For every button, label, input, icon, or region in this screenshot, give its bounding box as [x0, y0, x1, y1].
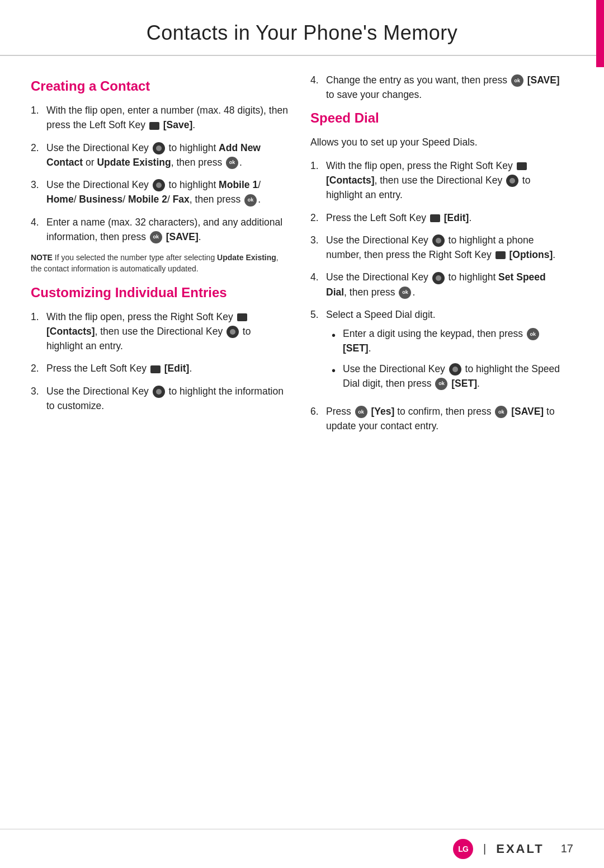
li-content: With the flip open, press the Right Soft…: [326, 158, 568, 203]
list-item: 3. Use the Directional Key to highlight …: [31, 384, 288, 414]
list-num: 3.: [31, 177, 46, 192]
customizing-section: Customizing Individual Entries 1. With t…: [31, 285, 288, 414]
footer: LG | EXALT 17: [0, 829, 604, 868]
list-item: 2. Press the Left Soft Key [Edit].: [310, 210, 568, 225]
right-column: 4. Change the entry as you want, then pr…: [310, 73, 568, 442]
ok-key-icon: ok: [399, 287, 411, 299]
footer-separator: |: [483, 842, 486, 855]
soft-key-icon: [237, 313, 247, 321]
note-text: If you selected the number type after se…: [31, 253, 279, 273]
list-item: • Use the Directional Key to highlight t…: [332, 362, 568, 391]
list-item: 1. With the flip open, enter a number (m…: [31, 103, 288, 133]
li-content: Change the entry as you want, then press…: [326, 73, 568, 102]
ok-key-icon: ok: [226, 157, 238, 169]
directional-key-icon: [226, 326, 239, 338]
directional-key-icon: [432, 272, 445, 284]
li-content: Press ok [Yes] to confirm, then press ok…: [326, 404, 568, 434]
speed-dial-bullets: • Enter a digit using the keypad, then p…: [326, 326, 568, 391]
accent-bar: [596, 0, 604, 67]
right-column-intro-list: 4. Change the entry as you want, then pr…: [310, 73, 568, 102]
li-content: Use the Directional Key to highlight Mob…: [46, 177, 288, 207]
list-num: 2.: [31, 140, 46, 155]
customizing-list: 1. With the flip open, press the Right S…: [31, 309, 288, 414]
ok-key-icon: ok: [495, 406, 507, 418]
list-num: 1.: [31, 103, 46, 118]
page-title: Contacts in Your Phone's Memory: [34, 21, 570, 45]
list-num: 3.: [31, 384, 46, 398]
note-label: NOTE: [31, 253, 53, 262]
li-content: Press the Left Soft Key [Edit].: [46, 361, 288, 376]
bullet-icon: •: [332, 327, 343, 344]
directional-key-icon: [153, 386, 165, 398]
ok-key-icon: ok: [435, 378, 447, 390]
speed-dial-intro: Allows you to set up your Speed Dials.: [310, 135, 568, 149]
list-num: 2.: [31, 361, 46, 376]
customizing-title: Customizing Individual Entries: [31, 285, 288, 301]
list-num: 1.: [31, 309, 46, 324]
li-content: Select a Speed Dial digit. • Enter a dig…: [326, 307, 568, 396]
list-item: 2. Use the Directional Key to highlight …: [31, 140, 288, 170]
creating-contact-title: Creating a Contact: [31, 78, 288, 94]
main-content: Creating a Contact 1. With the flip open…: [0, 56, 604, 458]
li-content: Use the Directional Key to highlight Add…: [46, 140, 288, 170]
ok-key-icon: ok: [150, 231, 162, 243]
soft-key-icon: [150, 365, 161, 373]
list-num: 6.: [310, 404, 326, 419]
list-item: 1. With the flip open, press the Right S…: [310, 158, 568, 203]
soft-key-icon: [517, 162, 527, 170]
list-num: 4.: [31, 215, 46, 229]
directional-key-icon: [153, 179, 165, 191]
ok-key-icon: ok: [355, 406, 367, 418]
soft-key-icon: [496, 251, 506, 259]
li-content: Enter a name (max. 32 characters), and a…: [46, 215, 288, 245]
footer-brand: EXALT: [496, 842, 544, 856]
list-item: 3. Use the Directional Key to highlight …: [31, 177, 288, 207]
footer-logo: LG | EXALT 17: [453, 839, 573, 859]
list-item: 4. Enter a name (max. 32 characters), an…: [31, 215, 288, 245]
list-item: 1. With the flip open, press the Right S…: [31, 309, 288, 354]
creating-contact-section: Creating a Contact 1. With the flip open…: [31, 78, 288, 275]
speed-dial-title: Speed Dial: [310, 110, 568, 126]
bullet-icon: •: [332, 362, 343, 379]
soft-key-icon: [430, 214, 440, 222]
list-item: 3. Use the Directional Key to highlight …: [310, 233, 568, 262]
list-num: 4.: [310, 73, 326, 87]
list-item: 2. Press the Left Soft Key [Edit].: [31, 361, 288, 376]
creating-contact-list: 1. With the flip open, enter a number (m…: [31, 103, 288, 244]
list-item: 4. Change the entry as you want, then pr…: [310, 73, 568, 102]
soft-key-icon: [149, 122, 159, 130]
footer-page-number: 17: [561, 842, 573, 855]
li-content: With the flip open, press the Right Soft…: [46, 309, 288, 354]
bullet-content: Use the Directional Key to highlight the…: [343, 362, 568, 391]
list-num: 1.: [310, 158, 326, 173]
ok-key-icon: ok: [527, 328, 539, 340]
page-container: Contacts in Your Phone's Memory Creating…: [0, 0, 604, 868]
list-num: 2.: [310, 210, 326, 225]
list-num: 5.: [310, 307, 326, 322]
ok-key-icon: ok: [244, 194, 257, 207]
left-column: Creating a Contact 1. With the flip open…: [31, 73, 288, 442]
li-content: Use the Directional Key to highlight the…: [46, 384, 288, 414]
directional-key-icon: [153, 142, 165, 154]
ok-key-icon: ok: [511, 74, 523, 87]
bullet-content: Enter a digit using the keypad, then pre…: [343, 326, 568, 356]
li-content: Use the Directional Key to highlight Set…: [326, 270, 568, 299]
directional-key-icon: [506, 175, 518, 187]
li-content: Press the Left Soft Key [Edit].: [326, 210, 568, 225]
li-content: With the flip open, enter a number (max.…: [46, 103, 288, 133]
directional-key-icon: [432, 234, 445, 247]
directional-key-icon: [449, 363, 461, 376]
list-item: • Enter a digit using the keypad, then p…: [332, 326, 568, 356]
speed-dial-section: Speed Dial Allows you to set up your Spe…: [310, 110, 568, 434]
lg-logo-circle: LG: [453, 839, 473, 859]
page-title-area: Contacts in Your Phone's Memory: [0, 0, 604, 56]
speed-dial-list: 1. With the flip open, press the Right S…: [310, 158, 568, 434]
li-content: Use the Directional Key to highlight a p…: [326, 233, 568, 262]
note-box: NOTE If you selected the number type aft…: [31, 252, 288, 275]
list-item: 4. Use the Directional Key to highlight …: [310, 270, 568, 299]
list-item: 5. Select a Speed Dial digit. • Enter a …: [310, 307, 568, 396]
list-num: 3.: [310, 233, 326, 247]
list-item: 6. Press ok [Yes] to confirm, then press…: [310, 404, 568, 434]
list-num: 4.: [310, 270, 326, 284]
